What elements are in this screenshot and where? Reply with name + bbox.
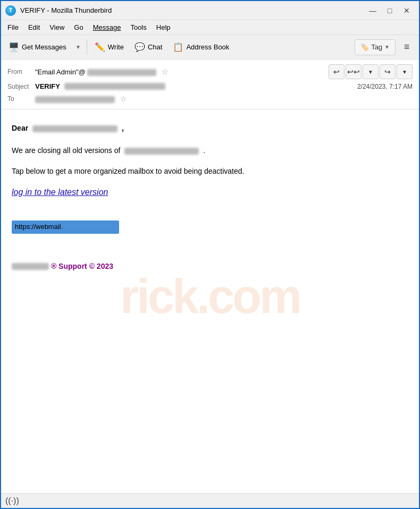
to-email-blurred (35, 96, 115, 103)
tag-icon: 🏷️ (360, 43, 369, 51)
forward-button[interactable]: ↪ (380, 64, 396, 79)
subject-row: Subject VERIFY 2/24/2023, 7:17 AM (7, 81, 413, 92)
menu-tools[interactable]: Tools (126, 22, 150, 33)
reply-all-button[interactable]: ↩↩ (346, 64, 362, 79)
connection-icon: ((·)) (5, 496, 19, 506)
url-paragraph: https://webmail. (12, 215, 408, 234)
write-label: Write (108, 43, 124, 51)
address-book-icon: 📋 (173, 42, 183, 52)
chat-button[interactable]: 💬 Chat (130, 38, 166, 56)
greeting-comma: , (122, 124, 124, 132)
tag-label: Tag (371, 43, 382, 51)
url-prefix: https://webmail. (15, 223, 63, 231)
service-name-blurred (124, 148, 199, 155)
to-value: ☆ (35, 95, 413, 103)
forward-dropdown-button[interactable]: ▼ (397, 64, 413, 79)
link-paragraph: log in to the latest version (12, 185, 408, 199)
get-messages-label: Get Messages (22, 43, 66, 51)
email-body: rick.com Dear , We are closing all old v… (1, 109, 419, 493)
write-icon: ✏️ (95, 42, 105, 52)
reply-dropdown-button[interactable]: ▼ (363, 64, 379, 79)
paragraph1-text: We are closing all old versions of (12, 146, 120, 155)
address-book-button[interactable]: 📋 Address Book (169, 38, 233, 56)
hamburger-icon: ≡ (404, 41, 410, 53)
menu-bar: File Edit View Go Message Tools Help (1, 20, 419, 35)
from-label: From (7, 68, 35, 75)
tag-button[interactable]: 🏷️ Tag ▼ (355, 39, 396, 55)
paragraph2: Tap below to get a more organized mailbo… (12, 165, 408, 177)
support-line: ® Support © 2023 (12, 260, 408, 272)
thunderbird-logo: T (5, 5, 16, 16)
sender-name: "Email Admin"@ (35, 68, 86, 76)
menu-help[interactable]: Help (152, 22, 175, 33)
menu-message[interactable]: Message (89, 22, 125, 33)
menu-go[interactable]: Go (70, 22, 87, 33)
url-highlight: https://webmail. (12, 220, 119, 234)
maximize-button[interactable]: □ (382, 4, 398, 17)
login-link[interactable]: log in to the latest version (12, 188, 108, 197)
support-text: ® Support © 2023 (51, 262, 113, 270)
window-title: VERIFY - Mozilla Thunderbird (20, 6, 365, 14)
address-book-label: Address Book (186, 43, 229, 51)
to-row: To ☆ (7, 92, 413, 106)
chat-label: Chat (148, 43, 162, 51)
subject-label: Subject (7, 83, 35, 90)
hamburger-menu-button[interactable]: ≡ (398, 38, 416, 56)
email-header: From "Email Admin"@ ☆ ↩ ↩↩ ▼ ↪ ▼ Subject… (1, 60, 419, 109)
minimize-button[interactable]: — (365, 4, 381, 17)
reply-controls: ↩ ↩↩ ▼ ↪ ▼ (329, 64, 413, 79)
url-domain-blurred (63, 223, 116, 231)
close-button[interactable]: ✕ (399, 4, 415, 17)
status-bar: ((·)) (1, 493, 419, 508)
toolbar-separator-1 (87, 40, 87, 55)
main-window: T VERIFY - Mozilla Thunderbird — □ ✕ Fil… (0, 0, 420, 509)
get-messages-dropdown[interactable]: ▼ (73, 38, 83, 56)
recipient-blurred (32, 125, 117, 132)
watermark: rick.com (120, 273, 300, 320)
greeting-paragraph: Dear , (12, 122, 408, 134)
toolbar: 🖥️ Get Messages ▼ ✏️ Write 💬 Chat 📋 Addr… (1, 35, 419, 60)
reply-button[interactable]: ↩ (329, 64, 345, 79)
chat-icon: 💬 (135, 42, 145, 52)
support-brand-blurred (12, 263, 49, 270)
get-messages-button[interactable]: 🖥️ Get Messages (4, 38, 71, 56)
from-row: From "Email Admin"@ ☆ ↩ ↩↩ ▼ ↪ ▼ (7, 63, 413, 81)
to-star-icon[interactable]: ☆ (120, 95, 127, 103)
subject-value: VERIFY (35, 82, 60, 90)
window-controls: — □ ✕ (365, 4, 415, 17)
from-value: "Email Admin"@ ☆ (35, 67, 329, 76)
subject-blurred (64, 83, 165, 90)
menu-edit[interactable]: Edit (24, 22, 44, 33)
tag-dropdown-icon: ▼ (384, 44, 390, 50)
title-bar: T VERIFY - Mozilla Thunderbird — □ ✕ (1, 1, 419, 20)
write-button[interactable]: ✏️ Write (90, 38, 128, 56)
get-messages-icon: 🖥️ (9, 42, 19, 52)
email-date: 2/24/2023, 7:17 AM (357, 83, 413, 90)
menu-file[interactable]: File (3, 22, 23, 33)
greeting-text: Dear (12, 124, 28, 132)
to-label: To (7, 95, 35, 103)
sender-email-blurred (87, 69, 156, 76)
menu-view[interactable]: View (45, 22, 69, 33)
email-content: Dear , We are closing all old versions o… (12, 122, 408, 272)
from-star-icon[interactable]: ☆ (162, 67, 169, 76)
paragraph1: We are closing all old versions of . (12, 145, 408, 156)
app-icon: T (5, 5, 16, 16)
paragraph1-end: . (203, 146, 205, 155)
